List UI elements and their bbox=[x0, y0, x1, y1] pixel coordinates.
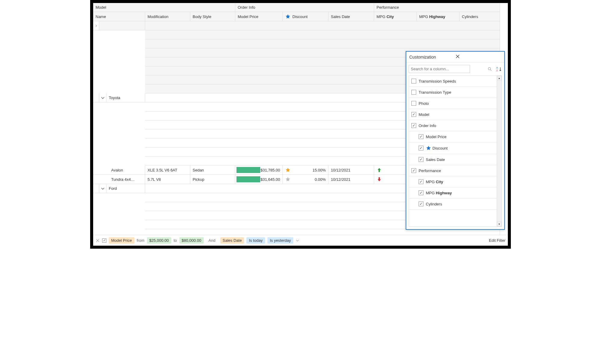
column-chooser-label: Transmission Speeds bbox=[419, 79, 456, 83]
checkbox[interactable] bbox=[419, 157, 423, 162]
filter-value-chip[interactable]: $25,000.00 bbox=[147, 237, 171, 244]
checkbox[interactable] bbox=[419, 190, 423, 195]
checkbox[interactable] bbox=[419, 202, 423, 206]
clear-filter-button[interactable] bbox=[96, 238, 100, 243]
filter-operator-chip[interactable]: Is today bbox=[246, 237, 265, 244]
filter-operator-chip[interactable]: Is yesterday bbox=[267, 237, 293, 244]
column-chooser-item[interactable]: Order Info bbox=[409, 120, 497, 131]
col-cylinders[interactable]: Cylinders bbox=[459, 12, 500, 21]
scroll-down-button[interactable]: ▾ bbox=[497, 222, 502, 226]
column-search-input[interactable] bbox=[409, 65, 470, 73]
filter-column-chip[interactable]: Sales Date bbox=[220, 237, 244, 244]
band-model[interactable]: Model bbox=[93, 3, 235, 12]
filter-value-chip[interactable]: $80,000.00 bbox=[179, 237, 204, 244]
scroll-up-button[interactable]: ▴ bbox=[497, 76, 502, 80]
popup-title: Customization bbox=[409, 55, 455, 59]
column-chooser-label: Discount bbox=[432, 146, 448, 150]
col-model-price[interactable]: Model Price bbox=[235, 12, 283, 21]
cell-discount[interactable]: 15.00% bbox=[283, 165, 328, 175]
star-icon bbox=[426, 145, 431, 151]
column-chooser-label: Photo bbox=[419, 101, 429, 106]
col-sales-date[interactable]: Sales Date bbox=[328, 12, 374, 21]
svg-text:Z: Z bbox=[496, 69, 498, 71]
edit-filter-button[interactable]: Edit Filter bbox=[489, 238, 505, 243]
checkbox[interactable] bbox=[419, 146, 423, 150]
band-order-info[interactable]: Order Info bbox=[235, 3, 374, 12]
column-chooser-item[interactable]: Transmission Type bbox=[409, 87, 497, 98]
close-button[interactable] bbox=[455, 54, 501, 60]
checkbox[interactable] bbox=[419, 179, 423, 184]
cell-body-style[interactable]: Sedan bbox=[190, 165, 235, 175]
column-chooser-item[interactable]: Performance bbox=[409, 165, 497, 176]
customization-popup[interactable]: Customization AZ Transmission Speeds Tra… bbox=[406, 51, 505, 230]
column-chooser-item[interactable]: Model bbox=[409, 109, 497, 120]
col-name[interactable]: Name bbox=[93, 12, 145, 21]
filter-text: from bbox=[137, 238, 145, 243]
column-chooser-item[interactable]: Model Price bbox=[409, 131, 497, 142]
cell-name[interactable]: Avalon bbox=[93, 165, 145, 175]
column-chooser-label: Model Price bbox=[426, 135, 447, 139]
filter-column-chip[interactable]: Model Price bbox=[109, 237, 134, 244]
column-chooser-label: Performance bbox=[419, 168, 441, 173]
cell-modification[interactable]: XLE 3.5L V6 6AT bbox=[145, 165, 190, 175]
column-chooser-item[interactable]: Sales Date bbox=[409, 154, 497, 165]
column-chooser-item[interactable]: Photo bbox=[409, 98, 497, 109]
cell-model-price[interactable]: $31,785.00 bbox=[235, 165, 283, 175]
checkbox[interactable] bbox=[411, 112, 416, 117]
col-body-style[interactable]: Body Style bbox=[190, 12, 235, 21]
checkbox[interactable] bbox=[411, 168, 416, 173]
group-label: Toyota bbox=[106, 93, 145, 102]
cell-sales-date[interactable]: 10/12/2021 bbox=[328, 165, 374, 175]
scrollbar[interactable]: ▴ ▾ bbox=[497, 76, 502, 226]
checkbox[interactable] bbox=[411, 101, 416, 106]
chevron-down-icon[interactable] bbox=[101, 187, 105, 191]
filter-bar: Model Price from $25,000.00 to $80,000.0… bbox=[93, 235, 508, 246]
column-chooser-label: Transmission Type bbox=[419, 90, 451, 95]
band-header-row: Model Order Info Performance bbox=[93, 3, 508, 12]
column-chooser-label: Sales Date bbox=[426, 157, 445, 162]
star-icon bbox=[285, 177, 291, 182]
expand-handle-icon[interactable] bbox=[93, 21, 99, 30]
col-mpg-city[interactable]: MPG City bbox=[374, 12, 417, 21]
cell-modification[interactable]: 5.7L V8 bbox=[145, 175, 190, 184]
column-chooser-label: Order Info bbox=[419, 123, 436, 128]
cell-model-price[interactable]: $31,645.00 bbox=[235, 175, 283, 184]
checkbox[interactable] bbox=[419, 134, 423, 139]
filter-enabled-checkbox[interactable] bbox=[102, 238, 106, 243]
column-chooser-label: Model bbox=[419, 112, 429, 117]
column-chooser-item[interactable]: MPG City bbox=[409, 176, 497, 187]
filter-dropdown-icon[interactable] bbox=[296, 239, 299, 242]
cell-name[interactable]: Tundra 4x4… bbox=[93, 175, 145, 184]
column-chooser-label: MPG Highway bbox=[426, 191, 452, 195]
search-icon bbox=[487, 67, 492, 71]
band-performance[interactable]: Performance bbox=[374, 3, 500, 12]
arrow-up-icon bbox=[377, 167, 382, 173]
column-chooser-item[interactable]: MPG Highway bbox=[409, 187, 497, 199]
chevron-down-icon[interactable] bbox=[101, 96, 105, 100]
col-mpg-highway[interactable]: MPG Highway bbox=[417, 12, 459, 21]
checkbox[interactable] bbox=[411, 79, 416, 83]
filter-text: And bbox=[209, 238, 215, 243]
cell-body-style[interactable]: Pickup bbox=[190, 175, 235, 184]
column-chooser-label: MPG City bbox=[426, 180, 443, 184]
checkbox[interactable] bbox=[411, 123, 416, 128]
filter-text: to bbox=[174, 238, 177, 243]
column-chooser-item[interactable]: Discount bbox=[409, 142, 497, 154]
checkbox[interactable] bbox=[411, 90, 416, 95]
column-chooser-item[interactable]: Cylinders bbox=[409, 199, 497, 210]
star-icon bbox=[285, 14, 291, 19]
cell-sales-date[interactable]: 10/12/2021 bbox=[328, 175, 374, 184]
sort-az-button[interactable]: AZ bbox=[496, 66, 502, 72]
col-discount[interactable]: Discount bbox=[283, 12, 328, 21]
group-label: Ford bbox=[106, 184, 145, 193]
arrow-down-icon bbox=[377, 177, 382, 182]
col-modification[interactable]: Modification bbox=[145, 12, 190, 21]
cell-discount[interactable]: 0.00% bbox=[283, 175, 328, 184]
column-chooser-item[interactable]: Transmission Speeds bbox=[409, 76, 497, 87]
column-header-row: Name Modification Body Style Model Price… bbox=[93, 12, 508, 21]
star-icon bbox=[285, 167, 291, 173]
column-chooser-label: Cylinders bbox=[426, 202, 442, 206]
